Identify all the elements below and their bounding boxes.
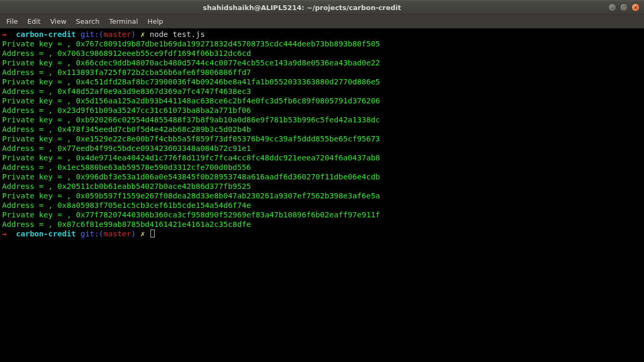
prompt-command: node test.js bbox=[149, 30, 205, 39]
prompt-git-label: git:( bbox=[80, 30, 103, 39]
prompt-arrow-icon: → bbox=[2, 30, 7, 39]
window-title: shahidshaikh@ALIPL5214: ~/projects/carbo… bbox=[0, 4, 604, 12]
output-line: Address = , 0x7063c9868912eeeb55ce9fdf16… bbox=[2, 49, 642, 58]
output-line: Address = , 0x23d9f61b09a35247cc31c61073… bbox=[2, 106, 642, 115]
menu-file[interactable]: File bbox=[2, 16, 22, 27]
output-line: Private key = , 0x77f78207440306b360ca3c… bbox=[2, 210, 642, 220]
menu-help[interactable]: Help bbox=[143, 16, 167, 27]
menu-terminal[interactable]: Terminal bbox=[105, 16, 142, 27]
output-line: Private key = , 0xe1529e22c8e00b7f4cbb5a… bbox=[2, 134, 642, 144]
output-line: Address = , 0x77eedb4f99c5bdce0934236033… bbox=[2, 144, 642, 153]
prompt-git-label: git:( bbox=[80, 230, 103, 238]
cursor-icon bbox=[150, 230, 155, 237]
window-titlebar: shahidshaikh@ALIPL5214: ~/projects/carbo… bbox=[0, 0, 644, 15]
output-line: Private key = , 0x767c8091d9b87dbe1b69da… bbox=[2, 39, 642, 49]
output-line: Private key = , 0x66cdec9ddb48070acb480d… bbox=[2, 58, 642, 68]
menu-search[interactable]: Search bbox=[72, 16, 104, 27]
output-line: Address = , 0x113893fa725f872b2cba56b6af… bbox=[2, 68, 642, 77]
prompt-dir: carbon-credit bbox=[16, 30, 76, 39]
output-line: Address = , 0x478f345eedd7cb0f5d4e42ab68… bbox=[2, 125, 642, 134]
output-line: Private key = , 0x059b597f1559e267f08dea… bbox=[2, 191, 642, 201]
close-button[interactable]: ✕ bbox=[631, 3, 640, 12]
prompt-branch: master bbox=[103, 30, 131, 39]
prompt-arrow-icon: → bbox=[2, 230, 7, 238]
prompt-dir: carbon-credit bbox=[16, 230, 76, 238]
output-line: Private key = , 0x4c51dfd28af8bc73900036… bbox=[2, 77, 642, 87]
menu-bar: File Edit View Search Terminal Help bbox=[0, 15, 644, 28]
output-line: Private key = , 0x4de9714ea40424d1c776f8… bbox=[2, 153, 642, 163]
window-controls: ‒ ▢ ✕ bbox=[604, 3, 644, 12]
maximize-button[interactable]: ▢ bbox=[620, 3, 628, 12]
menu-edit[interactable]: Edit bbox=[23, 16, 45, 27]
output-line: Address = , 0xf48d52af0e9a3d9e8367d369a7… bbox=[2, 87, 642, 96]
prompt-dirty-icon: ✗ bbox=[140, 30, 145, 39]
output-line: Address = , 0x8a05983f705e1c5cb3cef61b5c… bbox=[2, 201, 642, 210]
minimize-button[interactable]: ‒ bbox=[608, 3, 617, 12]
prompt-line: → carbon-credit git:(master) ✗ bbox=[2, 229, 642, 239]
output-line: Private key = , 0x5d156aa125a2db93b44114… bbox=[2, 96, 642, 106]
prompt-line: → carbon-credit git:(master) ✗ node test… bbox=[2, 30, 642, 39]
prompt-git-close: ) bbox=[131, 230, 136, 238]
menu-view[interactable]: View bbox=[46, 16, 71, 27]
prompt-git-close: ) bbox=[131, 30, 136, 39]
output-line: Address = , 0x1ec5880be63ab59578e590d331… bbox=[2, 163, 642, 172]
prompt-branch: master bbox=[103, 230, 131, 238]
output-line: Address = , 0x20511cb0b61eabb54027b0ace4… bbox=[2, 182, 642, 191]
output-line: Private key = , 0x996dbf3e53a1d06a0e5438… bbox=[2, 172, 642, 182]
output-line: Private key = , 0xb920266c02554d4855488f… bbox=[2, 115, 642, 125]
terminal-output[interactable]: → carbon-credit git:(master) ✗ node test… bbox=[0, 28, 644, 362]
output-line: Address = , 0x87c6f81e99ab8785bd4161421e… bbox=[2, 220, 642, 229]
prompt-dirty-icon: ✗ bbox=[140, 230, 145, 238]
